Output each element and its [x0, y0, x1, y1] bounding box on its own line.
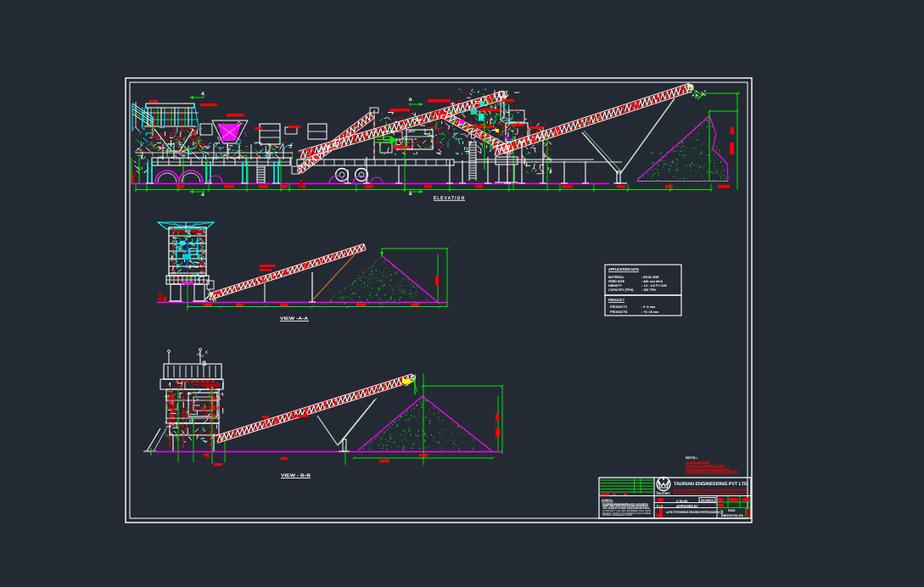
svg-text:Δ: Δ	[424, 439, 427, 443]
svg-text:Δ: Δ	[341, 296, 344, 299]
svg-text:LAYOUT FOR MOBILE CRUSHING POR: LAYOUT FOR MOBILE CRUSHING PORTION (ELEV…	[666, 511, 720, 514]
svg-text:PRODUCT1: PRODUCT1	[610, 305, 627, 309]
svg-text:MATERIAL: MATERIAL	[608, 276, 625, 279]
svg-text:Δ: Δ	[396, 423, 399, 428]
svg-text:: 400 mm MAX: : 400 mm MAX	[641, 280, 664, 283]
svg-text:MECH-01-01: MECH-01-01	[721, 514, 743, 517]
svg-text:Δ: Δ	[389, 436, 392, 440]
svg-text:PLOT NO 24 MIDC AREA TALOJA NA: PLOT NO 24 MIDC AREA TALOJA NAVI MUMBAI …	[674, 492, 746, 495]
svg-text:A 01.04: A 01.04	[676, 500, 688, 503]
svg-text:A: A	[201, 92, 204, 97]
svg-text:TAURIAN ENGINEERING PVT LTD: TAURIAN ENGINEERING PVT LTD	[674, 482, 748, 487]
svg-text:Δ: Δ	[457, 424, 460, 428]
svg-text:A: A	[201, 193, 204, 198]
svg-text:B: B	[409, 98, 412, 103]
svg-text:CAPACITY (TPH): CAPACITY (TPH)	[608, 288, 634, 292]
svg-text:Δ: Δ	[402, 290, 405, 294]
svg-text:PRODUCT: PRODUCT	[608, 298, 624, 302]
svg-text:APPROVED BY: APPROVED BY	[676, 505, 699, 508]
svg-text:APPLICATION DATA: APPLICATION DATA	[608, 267, 640, 271]
svg-text:PRODUCT2: PRODUCT2	[610, 310, 627, 314]
svg-text:FEED SIZE: FEED SIZE	[608, 280, 625, 283]
svg-text:Δ: Δ	[375, 294, 378, 297]
svg-text:WWW TAURIAN COM: WWW TAURIAN COM	[602, 514, 632, 517]
svg-text:Δ: Δ	[438, 440, 440, 444]
svg-text:ADDRESS:-: ADDRESS:-	[602, 499, 613, 502]
svg-text:Δ: Δ	[408, 428, 411, 432]
svg-text:Taurian: Taurian	[656, 491, 670, 496]
svg-text:: 0 -6 mm: : 0 -6 mm	[641, 305, 656, 309]
svg-text:SIZE: SIZE	[728, 509, 736, 512]
svg-text:REVISED: REVISED	[701, 499, 714, 502]
svg-text:: 1.6 - 2.5 T/ CUM: : 1.6 - 2.5 T/ CUM	[641, 284, 667, 288]
svg-text:F= 0: F= 0	[657, 505, 663, 508]
svg-text:: IRON ORE: : IRON ORE	[641, 276, 659, 279]
svg-text:FINAL DIMN SUBJECT TO APPROVAL: FINAL DIMN SUBJECT TO APPROVAL OF DRAWIN…	[686, 470, 739, 473]
svg-text:: 100 TPH: : 100 TPH	[641, 288, 656, 292]
svg-text:DENSITY: DENSITY	[608, 284, 623, 288]
svg-text:: +6 -16 mm: : +6 -16 mm	[641, 310, 659, 314]
svg-text:NOTE:-: NOTE:-	[686, 456, 698, 460]
